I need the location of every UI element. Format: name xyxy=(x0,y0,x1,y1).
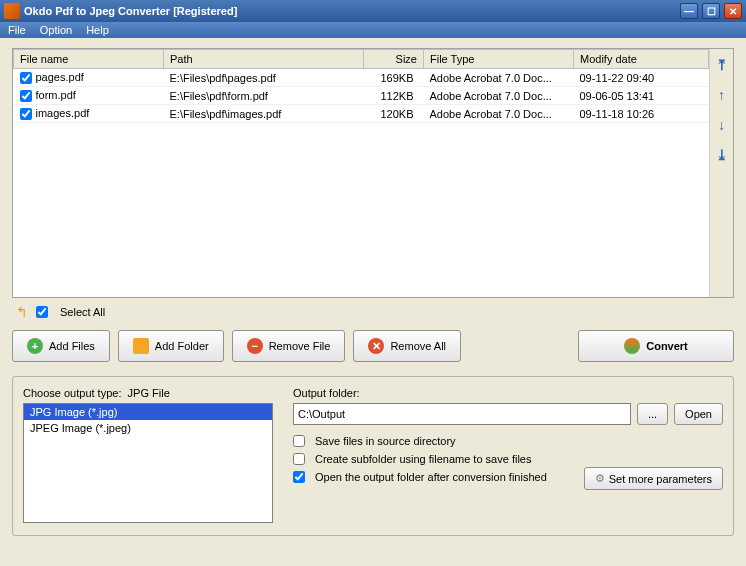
col-path[interactable]: Path xyxy=(164,50,364,69)
remove-all-icon: ✕ xyxy=(368,338,384,354)
table-row[interactable]: form.pdfE:\Files\pdf\form.pdf112KBAdobe … xyxy=(14,87,709,105)
add-icon: + xyxy=(27,338,43,354)
close-button[interactable]: ✕ xyxy=(724,3,742,19)
up-folder-icon[interactable]: ↰ xyxy=(16,304,28,320)
minimize-button[interactable]: — xyxy=(680,3,698,19)
select-all-checkbox[interactable] xyxy=(36,306,48,318)
col-filetype[interactable]: File Type xyxy=(424,50,574,69)
window-title: Okdo Pdf to Jpeg Converter [Registered] xyxy=(24,5,680,17)
choose-output-label: Choose output type: xyxy=(23,387,121,399)
move-down-button[interactable]: ↓ xyxy=(714,117,730,133)
app-icon xyxy=(4,3,20,19)
browse-button[interactable]: ... xyxy=(637,403,668,425)
create-subfolder-label[interactable]: Create subfolder using filename to save … xyxy=(315,453,531,465)
open-folder-button[interactable]: Open xyxy=(674,403,723,425)
remove-all-button[interactable]: ✕Remove All xyxy=(353,330,461,362)
remove-file-button[interactable]: −Remove File xyxy=(232,330,346,362)
menu-help[interactable]: Help xyxy=(86,24,109,36)
current-output-type: JPG File xyxy=(128,387,170,399)
select-all-label[interactable]: Select All xyxy=(60,306,105,318)
move-top-button[interactable]: ⤒ xyxy=(714,57,730,73)
remove-icon: − xyxy=(247,338,263,354)
save-source-checkbox[interactable] xyxy=(293,435,305,447)
maximize-button[interactable]: ☐ xyxy=(702,3,720,19)
create-subfolder-checkbox[interactable] xyxy=(293,453,305,465)
menu-option[interactable]: Option xyxy=(40,24,72,36)
menubar: File Option Help xyxy=(0,22,746,38)
reorder-panel: ⤒ ↑ ↓ ⤓ xyxy=(709,49,733,297)
convert-button[interactable]: Convert xyxy=(578,330,734,362)
folder-icon xyxy=(133,338,149,354)
titlebar: Okdo Pdf to Jpeg Converter [Registered] … xyxy=(0,0,746,22)
move-bottom-button[interactable]: ⤓ xyxy=(714,147,730,163)
output-folder-input[interactable] xyxy=(293,403,631,425)
row-checkbox[interactable] xyxy=(20,90,32,102)
table-row[interactable]: pages.pdfE:\Files\pdf\pages.pdf169KBAdob… xyxy=(14,69,709,87)
menu-file[interactable]: File xyxy=(8,24,26,36)
table-row[interactable]: images.pdfE:\Files\pdf\images.pdf120KBAd… xyxy=(14,105,709,123)
col-modify[interactable]: Modify date xyxy=(574,50,709,69)
row-checkbox[interactable] xyxy=(20,72,32,84)
output-type-list[interactable]: JPG Image (*.jpg)JPEG Image (*.jpeg) xyxy=(23,403,273,523)
open-after-label[interactable]: Open the output folder after conversion … xyxy=(315,471,547,483)
list-item[interactable]: JPEG Image (*.jpeg) xyxy=(24,420,272,436)
convert-icon xyxy=(624,338,640,354)
add-files-button[interactable]: +Add Files xyxy=(12,330,110,362)
output-folder-label: Output folder: xyxy=(293,387,723,399)
add-folder-button[interactable]: Add Folder xyxy=(118,330,224,362)
gear-icon: ⚙ xyxy=(595,472,605,485)
output-panel: Choose output type: JPG File JPG Image (… xyxy=(12,376,734,536)
save-source-label[interactable]: Save files in source directory xyxy=(315,435,456,447)
move-up-button[interactable]: ↑ xyxy=(714,87,730,103)
open-after-checkbox[interactable] xyxy=(293,471,305,483)
col-filename[interactable]: File name xyxy=(14,50,164,69)
col-size[interactable]: Size xyxy=(364,50,424,69)
row-checkbox[interactable] xyxy=(20,108,32,120)
set-more-parameters-button[interactable]: ⚙Set more parameters xyxy=(584,467,723,490)
file-table: File name Path Size File Type Modify dat… xyxy=(13,49,709,123)
file-table-wrap: File name Path Size File Type Modify dat… xyxy=(12,48,734,298)
list-item[interactable]: JPG Image (*.jpg) xyxy=(24,404,272,420)
